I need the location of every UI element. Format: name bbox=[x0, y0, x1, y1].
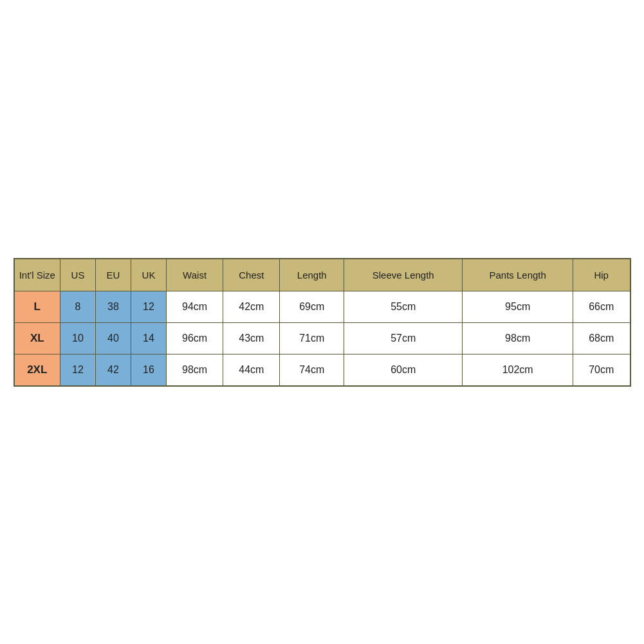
size-chart-container: Int'l Size US EU UK Waist Chest Length S… bbox=[14, 258, 631, 387]
cell-chest: 42cm bbox=[223, 291, 280, 322]
size-chart-table: Int'l Size US EU UK Waist Chest Length S… bbox=[14, 258, 631, 387]
cell-intl: XL bbox=[14, 322, 60, 354]
table-header-row: Int'l Size US EU UK Waist Chest Length S… bbox=[14, 259, 630, 291]
header-eu: EU bbox=[96, 259, 131, 291]
cell-sleeve: 60cm bbox=[344, 354, 463, 386]
cell-pants: 98cm bbox=[463, 322, 573, 354]
cell-pants: 95cm bbox=[463, 291, 573, 322]
header-sleeve-length: Sleeve Length bbox=[344, 259, 463, 291]
cell-uk: 12 bbox=[131, 291, 167, 322]
cell-length: 74cm bbox=[280, 354, 344, 386]
cell-waist: 94cm bbox=[167, 291, 223, 322]
cell-intl: L bbox=[14, 291, 60, 322]
cell-waist: 96cm bbox=[167, 322, 223, 354]
header-intl-size: Int'l Size bbox=[14, 259, 60, 291]
cell-length: 71cm bbox=[280, 322, 344, 354]
header-pants-length: Pants Length bbox=[463, 259, 573, 291]
header-uk: UK bbox=[131, 259, 167, 291]
table-row: L8381294cm42cm69cm55cm95cm66cm bbox=[14, 291, 630, 322]
table-row: XL10401496cm43cm71cm57cm98cm68cm bbox=[14, 322, 630, 354]
cell-sleeve: 57cm bbox=[344, 322, 463, 354]
cell-eu: 38 bbox=[96, 291, 131, 322]
cell-us: 12 bbox=[60, 354, 96, 386]
cell-us: 8 bbox=[60, 291, 96, 322]
cell-chest: 43cm bbox=[223, 322, 280, 354]
cell-waist: 98cm bbox=[167, 354, 223, 386]
cell-hip: 66cm bbox=[573, 291, 630, 322]
cell-us: 10 bbox=[60, 322, 96, 354]
cell-eu: 40 bbox=[96, 322, 131, 354]
header-waist: Waist bbox=[167, 259, 223, 291]
cell-chest: 44cm bbox=[223, 354, 280, 386]
header-us: US bbox=[60, 259, 96, 291]
header-hip: Hip bbox=[573, 259, 630, 291]
cell-length: 69cm bbox=[280, 291, 344, 322]
cell-eu: 42 bbox=[96, 354, 131, 386]
cell-uk: 14 bbox=[131, 322, 167, 354]
cell-uk: 16 bbox=[131, 354, 167, 386]
cell-hip: 70cm bbox=[573, 354, 630, 386]
cell-intl: 2XL bbox=[14, 354, 60, 386]
table-row: 2XL12421698cm44cm74cm60cm102cm70cm bbox=[14, 354, 630, 386]
header-chest: Chest bbox=[223, 259, 280, 291]
cell-sleeve: 55cm bbox=[344, 291, 463, 322]
cell-hip: 68cm bbox=[573, 322, 630, 354]
header-length: Length bbox=[280, 259, 344, 291]
cell-pants: 102cm bbox=[463, 354, 573, 386]
